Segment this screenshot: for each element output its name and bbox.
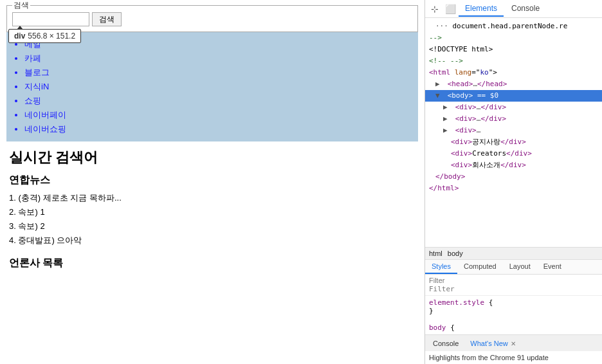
list-item[interactable]: 블로그: [24, 66, 418, 80]
devtools-top-bar: ⊹ ⬜ Elements Console: [425, 0, 602, 18]
tab-layout[interactable]: Layout: [503, 260, 537, 274]
tree-line: ··· document.head.parentNode.re: [425, 21, 602, 32]
list-item[interactable]: 네이버쇼핑: [24, 122, 418, 136]
list-item: 1. (충격) 제로초 지금 목하파...: [9, 191, 415, 205]
list-item: 2. 속보) 1: [9, 205, 415, 219]
close-icon[interactable]: ✕: [511, 340, 516, 347]
search-button[interactable]: 검색: [92, 12, 122, 26]
breadcrumb-body[interactable]: body: [448, 250, 463, 257]
tree-line: <!-- -->: [425, 55, 602, 67]
search-section: 검색 검색 div556.8 × 151.2: [6, 5, 418, 32]
nav-link-cafe[interactable]: 카페: [24, 53, 41, 63]
tree-line: -->: [425, 32, 602, 44]
nav-link-naverpay[interactable]: 네이버페이: [24, 110, 66, 120]
tab-computed[interactable]: Computed: [457, 260, 503, 274]
tree-line: </body>: [425, 171, 602, 183]
nav-link-navershop[interactable]: 네이버쇼핑: [24, 124, 66, 134]
console-bar: Console What's New ✕: [425, 334, 602, 351]
left-panel: 검색 검색 div556.8 × 151.2 메일 카페 블로그 지식iN 쇼핑…: [0, 0, 424, 364]
filter-bar: Filter: [425, 275, 602, 296]
tooltip-tag: div: [14, 32, 25, 41]
devtools-panel: ⊹ ⬜ Elements Console ··· document.head.p…: [424, 0, 602, 364]
tree-line[interactable]: ▶ <head>…</head>: [425, 78, 602, 90]
nav-link-shopping[interactable]: 쇼핑: [24, 96, 41, 105]
css-rule-body: body {: [429, 323, 598, 332]
tab-elements[interactable]: Elements: [459, 1, 504, 17]
list-item[interactable]: 지식iN: [24, 80, 418, 94]
news-source: 연합뉴스: [9, 174, 415, 187]
tree-line[interactable]: ▶ <div>…: [425, 125, 602, 136]
list-item: 4. 중대발표) 으아악: [9, 233, 415, 248]
css-rules: element.style { } body {: [425, 296, 602, 334]
tab-styles[interactable]: Styles: [425, 260, 457, 274]
tree-line[interactable]: <div>공지사랑</div>: [425, 136, 602, 148]
list-item[interactable]: 카페: [24, 51, 418, 66]
console-tab-whatsnew[interactable]: What's New ✕: [465, 338, 520, 349]
tree-line: </html>: [425, 183, 602, 194]
tree-line[interactable]: <div>Creators</div>: [425, 148, 602, 159]
search-input-row: 검색: [12, 12, 412, 26]
media-title: 언론사 목록: [9, 257, 415, 270]
css-rule-element: element.style { }: [429, 298, 598, 315]
breadcrumb-html[interactable]: html: [429, 250, 442, 257]
nav-link-blog[interactable]: 블로그: [24, 68, 50, 77]
list-item[interactable]: 메일: [24, 37, 418, 51]
tree-line: <!DOCTYPE html>: [425, 44, 602, 55]
filter-label: Filter: [429, 285, 455, 293]
content-area: 실시간 검색어 연합뉴스 1. (충격) 제로초 지금 목하파... 2. 속보…: [0, 141, 424, 277]
tab-console[interactable]: Console: [505, 1, 546, 17]
nav-link-jisikin[interactable]: 지식iN: [24, 82, 49, 91]
news-list: 1. (충격) 제로초 지금 목하파... 2. 속보) 1 3. 속보) 2 …: [9, 191, 415, 248]
realtime-title: 실시간 검색어: [9, 148, 415, 167]
list-item[interactable]: 네이버페이: [24, 108, 418, 122]
tab-event[interactable]: Event: [537, 260, 568, 274]
highlights-text: Highlights from the Chrome 91 update: [425, 351, 602, 364]
nav-list: 메일 카페 블로그 지식iN 쇼핑 네이버페이 네이버쇼핑: [6, 32, 418, 141]
tree-line[interactable]: ▶ <div>…</div>: [425, 102, 602, 113]
cursor-icon[interactable]: ⊹: [428, 2, 442, 16]
size-tooltip: div556.8 × 151.2: [8, 29, 81, 43]
breadcrumb: html body: [425, 247, 602, 260]
tree-line: <html lang="ko">: [425, 67, 602, 78]
tree-line[interactable]: <div>회사소개</div>: [425, 159, 602, 171]
style-tabs: Styles Computed Layout Event: [425, 260, 602, 275]
inspect-icon[interactable]: ⬜: [443, 2, 457, 16]
tree-line[interactable]: ▶ <div>…</div>: [425, 113, 602, 125]
filter-input[interactable]: [429, 277, 598, 284]
search-legend: 검색: [12, 0, 30, 11]
console-tab-console[interactable]: Console: [428, 338, 464, 349]
tooltip-size: 556.8 × 151.2: [28, 32, 75, 41]
search-input[interactable]: [12, 12, 89, 26]
list-item[interactable]: 쇼핑: [24, 94, 418, 108]
html-tree: ··· document.head.parentNode.re --> <!DO…: [425, 18, 602, 247]
tree-line-selected[interactable]: ▼ <body> == $0: [425, 90, 602, 102]
list-item: 3. 속보) 2: [9, 219, 415, 233]
